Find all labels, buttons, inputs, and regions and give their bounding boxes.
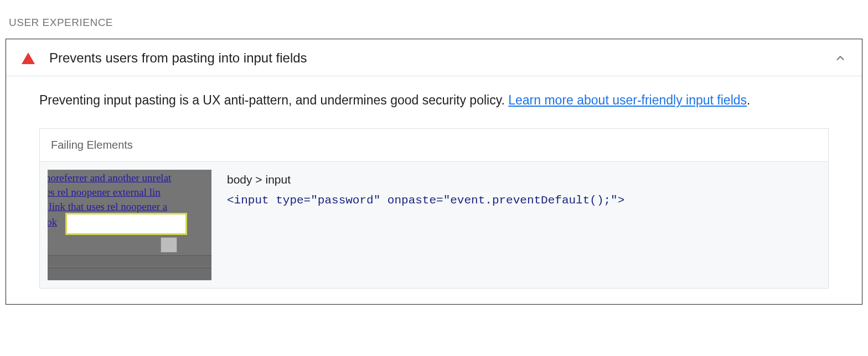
thumbnail-text-line: t uses rel noopener external lin: [48, 186, 161, 198]
audit-body: Preventing input pasting is a UX anti-pa…: [6, 76, 862, 304]
audit-description-text: Preventing input pasting is a UX anti-pa…: [39, 93, 508, 107]
thumbnail-text-line: ok: [48, 216, 57, 228]
thumbnail-band: [48, 268, 211, 280]
audit-title: Prevents users from pasting into input f…: [49, 50, 834, 66]
thumbnail-text-line: noreferrer and another unrelat: [48, 172, 171, 184]
failing-element-detail: body > input <input type="password" onpa…: [227, 170, 820, 207]
thumbnail-band: [48, 255, 211, 266]
warning-triangle-icon: [22, 53, 35, 64]
failing-elements-box: Failing Elements noreferrer and another …: [39, 128, 829, 289]
broken-image-icon: [161, 237, 177, 253]
element-selector-path: body > input: [227, 173, 820, 186]
audit-panel: Prevents users from pasting into input f…: [6, 39, 862, 305]
audit-description: Preventing input pasting is a UX anti-pa…: [39, 91, 829, 111]
audit-description-post: .: [747, 93, 750, 107]
element-html-snippet: <input type="password" onpaste="event.pr…: [227, 194, 820, 207]
thumbnail-text-line: al link that uses rel noopener a: [48, 201, 167, 213]
failing-elements-header: Failing Elements: [40, 129, 828, 162]
highlighted-input-box: [65, 213, 187, 235]
failing-element-row: noreferrer and another unrelat t uses re…: [40, 162, 828, 288]
learn-more-link[interactable]: Learn more about user-friendly input fie…: [508, 93, 747, 107]
audit-header[interactable]: Prevents users from pasting into input f…: [6, 39, 862, 76]
chevron-up-icon[interactable]: [834, 52, 846, 64]
section-heading: USER EXPERIENCE: [9, 17, 862, 29]
element-screenshot-thumbnail[interactable]: noreferrer and another unrelat t uses re…: [48, 170, 211, 280]
